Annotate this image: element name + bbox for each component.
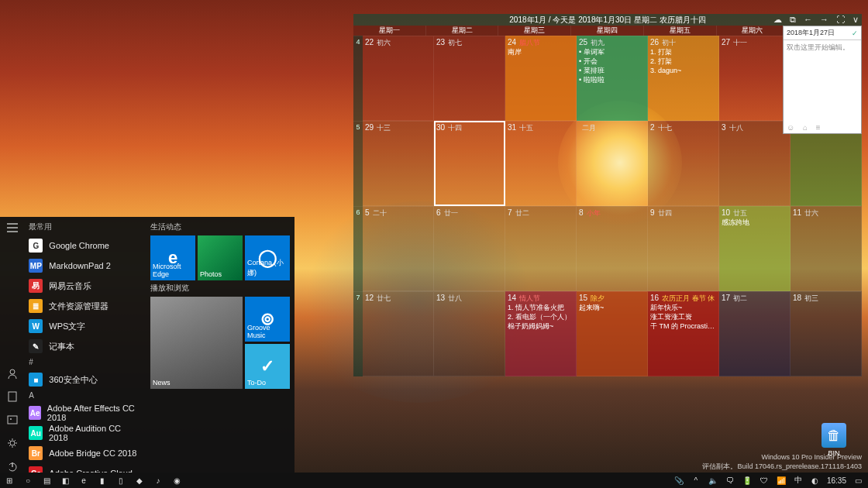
pictures-icon[interactable] bbox=[6, 414, 19, 426]
calendar-cell[interactable]: 27十一 bbox=[719, 36, 790, 121]
letter-a-header[interactable]: A bbox=[24, 390, 146, 403]
tile-photos[interactable]: Photos bbox=[198, 235, 243, 280]
action-center-icon[interactable]: ▭ bbox=[852, 476, 863, 485]
start-app-item[interactable]: ≣文件资源管理器 bbox=[24, 296, 146, 316]
hash-header[interactable]: # bbox=[24, 356, 146, 369]
start-app-item[interactable]: MPMarkdownPad 2 bbox=[24, 256, 146, 276]
start-app-item[interactable]: AeAdobe After Effects CC 2018 bbox=[24, 403, 146, 423]
tray-icon[interactable]: ^ bbox=[691, 476, 701, 485]
start-app-item[interactable]: AuAdobe Audition CC 2018 bbox=[24, 423, 146, 443]
tray-icon[interactable]: ◐ bbox=[810, 476, 821, 485]
calendar-cell[interactable]: 18初三 bbox=[790, 291, 862, 376]
calendar-dow: 星期二 bbox=[426, 26, 499, 36]
calendar-cell[interactable]: 13廿八 bbox=[434, 291, 505, 376]
tile-cortana[interactable]: ◯Cortana (小娜) bbox=[245, 235, 290, 280]
taskbar-clock[interactable]: 16:35 bbox=[827, 476, 846, 485]
desktop-icon-bin[interactable]: 🗑 BIN bbox=[818, 423, 849, 457]
start-app-item[interactable]: WWPS文字 bbox=[24, 316, 146, 336]
start-menu: 最常用 GGoogle ChromeMPMarkdownPad 2易网易云音乐≣… bbox=[0, 217, 294, 473]
calendar-cell[interactable]: 22初六 bbox=[363, 36, 434, 121]
tile-edge[interactable]: eMicrosoft Edge bbox=[150, 235, 195, 280]
tray-icon[interactable]: 🔋 bbox=[742, 476, 753, 485]
lunar-label: 十三 bbox=[377, 124, 391, 132]
calendar-note-popup[interactable]: 2018年1月27日 ✓ 双击这里开始编辑。 ☺ ⌂ ≡ bbox=[783, 26, 862, 134]
documents-icon[interactable] bbox=[6, 390, 19, 403]
start-app-item[interactable]: 易网易云音乐 bbox=[24, 276, 146, 296]
next-icon[interactable]: → bbox=[820, 14, 828, 26]
lunar-label: 廿六 bbox=[804, 209, 818, 217]
start-app-item[interactable]: ■360安全中心 bbox=[24, 369, 146, 390]
calendar-cell[interactable]: 16农历正月 春节 休新年快乐~涨工资涨工资干 TM 的 Procrastina… bbox=[648, 291, 719, 376]
calendar-cell[interactable]: 17初二 bbox=[719, 291, 790, 376]
calendar-cell[interactable]: 12廿七 bbox=[363, 291, 434, 376]
taskbar-pin[interactable]: e bbox=[74, 473, 93, 488]
calendar-cell[interactable]: 26初十1. 打架2. 打架3. dagun~ bbox=[648, 36, 719, 121]
calendar-cell[interactable]: 3十八 bbox=[719, 121, 790, 206]
tile-group-1-header[interactable]: 生活动态 bbox=[150, 222, 290, 232]
calendar-cell[interactable]: 7廿二 bbox=[505, 206, 577, 291]
taskbar-pin[interactable]: ▮ bbox=[93, 473, 112, 488]
calendar-cell[interactable]: 23初七 bbox=[434, 36, 505, 121]
hamburger-icon[interactable] bbox=[6, 222, 19, 234]
tile-news[interactable]: News bbox=[150, 297, 243, 389]
calendar-cell[interactable]: 11廿六 bbox=[790, 206, 862, 291]
copy-icon[interactable]: ⧉ bbox=[790, 14, 796, 26]
expand-icon[interactable]: ⛶ bbox=[836, 14, 845, 26]
settings-icon[interactable] bbox=[6, 437, 19, 449]
app-label: Google Chrome bbox=[49, 241, 109, 250]
day-number: 24 bbox=[508, 38, 516, 46]
taskbar-pin[interactable]: ♪ bbox=[149, 473, 167, 488]
calendar-cell[interactable]: 8小年 bbox=[577, 206, 648, 291]
calendar-cell[interactable]: 5二十 bbox=[363, 206, 434, 291]
taskbar-pin[interactable]: ○ bbox=[19, 473, 37, 488]
note-confirm-icon[interactable]: ✓ bbox=[852, 29, 858, 37]
tray-icon[interactable]: 📶 bbox=[776, 476, 787, 485]
calendar-cell[interactable]: 10廿五感冻跨地 bbox=[719, 206, 790, 291]
tile-todo[interactable]: ✓To-Do bbox=[245, 344, 290, 389]
start-button[interactable]: ⊞ bbox=[0, 473, 19, 488]
calendar-cell[interactable]: 14情人节1. 情人节准备火把2. 看电影（一个人）棉子奶姆妈姆~ bbox=[505, 291, 577, 376]
week-number: 6 bbox=[353, 206, 363, 291]
tray-icon[interactable]: 中 bbox=[793, 475, 804, 486]
taskbar-pin[interactable]: ▯ bbox=[112, 473, 130, 488]
calendar-cell[interactable]: 2十七 bbox=[648, 121, 719, 206]
start-app-item[interactable]: ✎记事本 bbox=[24, 336, 146, 356]
calendar-cell[interactable]: 二月 bbox=[577, 121, 648, 206]
most-used-header: 最常用 bbox=[24, 220, 146, 235]
calendar-toolbar: ☁ ⧉ ← → ⛶ ∨ bbox=[773, 14, 859, 26]
taskbar-pin[interactable]: ◧ bbox=[56, 473, 74, 488]
note-body[interactable]: 双击这里开始编辑。 bbox=[784, 40, 861, 55]
day-number: 7 bbox=[508, 208, 512, 217]
day-number: 13 bbox=[436, 294, 445, 302]
tile-group-2-header[interactable]: 播放和浏览 bbox=[150, 283, 290, 294]
calendar-cell[interactable]: 29十三 bbox=[363, 121, 434, 206]
note-footer-icons[interactable]: ☺ ⌂ ≡ bbox=[787, 123, 824, 132]
cloud-icon[interactable]: ☁ bbox=[773, 14, 782, 26]
taskbar-pin[interactable]: ◆ bbox=[130, 473, 149, 488]
calendar-header[interactable]: 2018年1月 / 今天是 2018年1月30日 星期二 农历腊月十四 ☁ ⧉ … bbox=[353, 14, 862, 26]
taskbar-pin[interactable]: ◉ bbox=[167, 473, 186, 488]
tray-icon[interactable]: 🛡 bbox=[759, 476, 770, 485]
tray-icon[interactable]: 📎 bbox=[673, 476, 684, 485]
calendar-cell[interactable]: 9廿四 bbox=[648, 206, 719, 291]
tray-icon[interactable]: 🗨 bbox=[725, 476, 735, 485]
start-app-item[interactable]: GGoogle Chrome bbox=[24, 235, 146, 256]
calendar-cell[interactable]: 15除夕起来嗨~ bbox=[577, 291, 648, 376]
calendar-cell[interactable]: 6廿一 bbox=[434, 206, 505, 291]
prev-icon[interactable]: ← bbox=[804, 14, 812, 26]
taskbar-pin[interactable]: ▤ bbox=[37, 473, 56, 488]
calendar-dow: 星期六 bbox=[717, 26, 790, 36]
start-app-item[interactable]: BrAdobe Bridge CC 2018 bbox=[24, 443, 146, 463]
tile-groove[interactable]: ⊚Groove Music bbox=[245, 297, 290, 342]
day-number: 14 bbox=[508, 294, 516, 302]
calendar-cell[interactable]: 25初九• 单词军• 开会• 菜排班• 啦啦啦 bbox=[577, 36, 648, 121]
calendar-cell[interactable]: 30十四 bbox=[434, 121, 505, 206]
chevron-down-icon[interactable]: ∨ bbox=[852, 14, 859, 26]
user-icon[interactable] bbox=[6, 367, 19, 380]
start-app-item[interactable]: CcAdobe Creative Cloud bbox=[24, 463, 146, 473]
power-icon[interactable] bbox=[6, 460, 19, 473]
calendar-cell[interactable]: 31十五 bbox=[505, 121, 577, 206]
calendar-cell[interactable]: 24腊八节南岸 bbox=[505, 36, 577, 121]
calendar-title: 2018年1月 / 今天是 2018年1月30日 星期二 农历腊月十四 bbox=[509, 15, 705, 24]
tray-icon[interactable]: 🔈 bbox=[708, 476, 718, 485]
